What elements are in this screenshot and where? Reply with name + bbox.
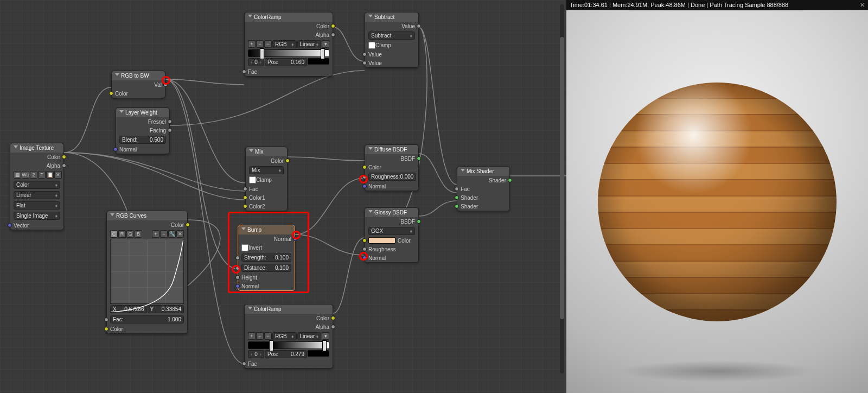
in-roughness: Roughness: [368, 246, 396, 252]
node-layer-weight[interactable]: Layer Weight Fresnel Facing Blend:0.500 …: [116, 107, 170, 154]
status-bar: Time:01:34.61 | Mem:24.91M, Peak:48.86M …: [566, 0, 868, 10]
out-alpha: Alpha: [315, 324, 329, 330]
node-header[interactable]: RGB to BW: [112, 71, 165, 80]
image-datablock[interactable]: ▦Wo 2F 📋✕: [10, 170, 63, 180]
scrollbar-thumb[interactable]: [560, 37, 564, 319]
clamp-checkbox[interactable]: [368, 42, 375, 49]
stop-color[interactable]: [308, 58, 329, 65]
out-alpha: Alpha: [315, 32, 329, 38]
in-normal: Normal: [241, 283, 259, 289]
node-title: Layer Weight: [125, 110, 157, 116]
color-swatch[interactable]: [368, 237, 395, 244]
node-image-texture[interactable]: Image Texture Color Alpha ▦Wo 2F 📋✕ Colo…: [10, 143, 64, 230]
scrollbar-track[interactable]: [560, 4, 564, 373]
in-shader-1: Shader: [461, 195, 478, 201]
blend-field[interactable]: Blend:0.500: [119, 136, 166, 144]
out-fresnel: Fresnel: [148, 119, 166, 125]
in-vector: Vector: [14, 223, 29, 229]
node-mix[interactable]: Mix Color Mix♦ Clamp Fac Color1 Color2: [245, 147, 288, 211]
node-title: Bump: [247, 227, 261, 233]
node-bump[interactable]: Bump Normal Invert Strength:0.100 Distan…: [238, 225, 295, 291]
node-header[interactable]: Mix Shader: [457, 167, 509, 176]
ramp-controls[interactable]: +−↔ RGB♦ Linear♦ ▾: [245, 39, 333, 49]
node-header[interactable]: Layer Weight: [116, 108, 169, 117]
ramp[interactable]: [248, 341, 329, 349]
out-color: Color: [47, 154, 60, 160]
clamp-label: Clamp: [256, 177, 272, 183]
node-header[interactable]: Bump: [238, 225, 295, 234]
dist-select[interactable]: GGX♦: [368, 227, 415, 235]
out-val: Val: [154, 82, 162, 88]
ramp-controls[interactable]: +−↔ RGB♦ Linear♦ ▾: [245, 331, 333, 341]
in-normal: Normal: [368, 255, 386, 261]
in-color: Color: [115, 91, 128, 97]
strength-field[interactable]: Strength:0.100: [241, 253, 291, 262]
node-header[interactable]: Image Texture: [10, 143, 63, 153]
pos-field[interactable]: Pos:0.279: [265, 350, 307, 358]
node-title: Mix Shader: [467, 168, 494, 174]
node-header[interactable]: ColorRamp: [245, 305, 333, 314]
in-fac: Fac: [461, 186, 470, 192]
in-height: Height: [241, 275, 257, 281]
in-normal: Normal: [119, 147, 137, 153]
node-subtract[interactable]: Subtract Value Subtract♦ Clamp Value Val…: [365, 12, 419, 68]
out-shader: Shader: [489, 178, 506, 183]
ramp[interactable]: [248, 49, 329, 57]
out-color: Color: [316, 23, 329, 29]
node-colorramp-1[interactable]: ColorRamp Color Alpha +−↔ RGB♦ Linear♦ ▾…: [244, 12, 333, 77]
node-glossy-bsdf[interactable]: Glossy BSDF BSDF GGX♦ Color Roughness No…: [365, 207, 419, 263]
node-header[interactable]: Subtract: [365, 12, 418, 22]
render-view[interactable]: [566, 11, 868, 393]
node-editor[interactable]: Image Texture Color Alpha ▦Wo 2F 📋✕ Colo…: [0, 0, 566, 393]
colorspace-select[interactable]: Color♦: [14, 181, 60, 189]
node-header[interactable]: Diffuse BSDF: [365, 145, 418, 154]
out-normal: Normal: [274, 236, 291, 242]
node-header[interactable]: Mix: [246, 147, 287, 156]
rendered-sphere: [598, 83, 837, 321]
in-fac: Fac: [248, 69, 257, 75]
node-colorramp-2[interactable]: ColorRamp Color Alpha +−↔ RGB♦ Linear♦ ▾…: [244, 304, 333, 369]
op-select[interactable]: Subtract♦: [368, 31, 415, 40]
status-text: Time:01:34.61 | Mem:24.91M, Peak:48.86M …: [570, 2, 788, 9]
out-bsdf: BSDF: [400, 156, 415, 162]
node-title: ColorRamp: [254, 14, 282, 20]
close-icon[interactable]: ✕: [860, 2, 865, 9]
out-value: Value: [401, 23, 415, 29]
node-rgb-curves[interactable]: RGB Curves Color C R G B +−🔧✕ X0.67286 Y…: [106, 211, 188, 334]
pos-field[interactable]: Pos:0.160: [265, 58, 307, 66]
in-color2: Color2: [249, 204, 265, 210]
in-color: Color: [368, 164, 381, 170]
node-header[interactable]: ColorRamp: [245, 12, 333, 22]
out-alpha: Alpha: [46, 163, 60, 169]
source-select[interactable]: Single Image♦: [14, 212, 60, 220]
in-fac: Fac: [248, 361, 257, 367]
invert-checkbox[interactable]: [241, 244, 248, 251]
node-mix-shader[interactable]: Mix Shader Shader Fac Shader Shader: [457, 166, 510, 211]
curves-area[interactable]: [110, 239, 184, 304]
clamp-label: Clamp: [375, 42, 391, 48]
stop-idx[interactable]: ‹0›: [248, 58, 264, 66]
distance-field[interactable]: Distance:0.100: [241, 264, 291, 272]
node-title: Subtract: [374, 14, 394, 20]
node-header[interactable]: Glossy BSDF: [365, 208, 418, 217]
sphere-shadow: [620, 360, 815, 382]
curves-tabs[interactable]: C R G B +−🔧✕: [107, 229, 187, 239]
roughness-field[interactable]: Roughness:0.000: [368, 173, 416, 181]
clamp-checkbox[interactable]: [249, 176, 256, 183]
in-fac: Fac: [249, 186, 258, 192]
mix-type[interactable]: Mix♦: [249, 166, 284, 174]
in-value-1: Value: [368, 52, 382, 58]
fac-field[interactable]: Fac:1.000: [110, 315, 184, 324]
proj-select[interactable]: Flat♦: [14, 201, 60, 210]
in-value-2: Value: [368, 60, 382, 66]
in-normal: Normal: [368, 183, 386, 189]
node-rgb-to-bw[interactable]: RGB to BW Val Color: [111, 71, 165, 98]
stop-idx[interactable]: ‹0›: [248, 350, 264, 358]
node-header[interactable]: RGB Curves: [107, 211, 187, 220]
in-shader-2: Shader: [461, 204, 478, 210]
interp-select[interactable]: Linear♦: [14, 191, 60, 199]
out-color: Color: [316, 315, 329, 321]
node-diffuse-bsdf[interactable]: Diffuse BSDF BSDF Color Roughness:0.000 …: [365, 144, 419, 191]
in-color: Color: [110, 326, 123, 332]
out-color: Color: [171, 222, 184, 228]
